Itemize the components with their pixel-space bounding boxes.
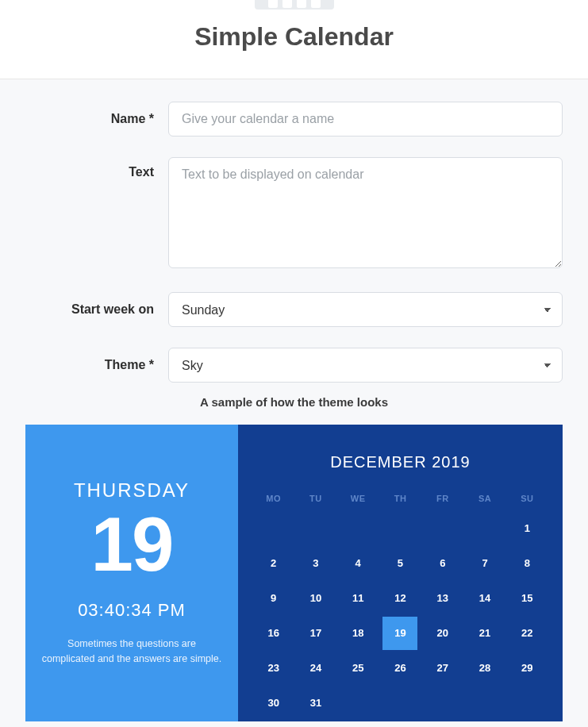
calendar-day-number: 23 [256, 659, 291, 678]
row-text: Text [25, 157, 563, 271]
calendar-day: 15 [506, 589, 548, 608]
calendar-day-number: 2 [256, 554, 291, 573]
calendar-day: 7 [463, 554, 505, 573]
weekday-header: SU [506, 494, 548, 503]
name-label: Name * [25, 112, 168, 126]
row-start-week: Start week on Sunday [25, 292, 563, 327]
calendar-day: 17 [294, 624, 336, 643]
calendar-day: 1 [506, 519, 548, 538]
calendar-day: 22 [506, 624, 548, 643]
calendar-day-number: 30 [256, 694, 291, 713]
calendar-empty [337, 519, 379, 538]
calendar-day: 3 [294, 554, 336, 573]
calendar-day: 14 [463, 589, 505, 608]
calendar-day: 26 [379, 659, 421, 678]
calendar-day-number: 7 [467, 554, 502, 573]
preview-daynum: 19 [91, 506, 173, 583]
calendar-day-number: 4 [340, 554, 375, 573]
calendar-day-number: 11 [340, 589, 375, 608]
app-logo [255, 0, 334, 10]
app-logo-graphic [268, 0, 321, 8]
calendar-day-number: 31 [298, 694, 333, 713]
calendar-day: 5 [379, 554, 421, 573]
calendar-empty [294, 519, 336, 538]
page-title: Simple Calendar [194, 22, 394, 52]
calendar-day: 13 [421, 589, 463, 608]
preview-left-pane: THURSDAY 19 03:40:34 PM Sometimes the qu… [25, 425, 238, 721]
preview-clock: 03:40:34 PM [78, 600, 186, 621]
name-input[interactable] [168, 102, 563, 137]
calendar-day-number: 13 [425, 589, 460, 608]
calendar-day-number: 29 [509, 659, 544, 678]
calendar-day-number: 16 [256, 624, 291, 643]
calendar-day: 20 [421, 624, 463, 643]
calendar-day-number: 25 [340, 659, 375, 678]
calendar-day: 2 [252, 554, 294, 573]
calendar-day-number: 1 [509, 519, 544, 538]
weekday-header: SA [463, 494, 505, 503]
weekday-header: WE [337, 494, 379, 503]
preview-month-title: DECEMBER 2019 [252, 453, 548, 471]
weekday-header: FR [421, 494, 463, 503]
sample-caption: A sample of how the theme looks [25, 395, 563, 409]
calendar-day-number: 21 [467, 624, 502, 643]
calendar-day-number: 26 [382, 659, 417, 678]
calendar-day: 6 [421, 554, 463, 573]
start-week-select[interactable]: Sunday [168, 292, 563, 327]
calendar-empty [379, 519, 421, 538]
calendar-day: 8 [506, 554, 548, 573]
calendar-day: 31 [294, 694, 336, 713]
calendar-day: 25 [337, 659, 379, 678]
calendar-day: 11 [337, 589, 379, 608]
preview-calendar-grid: MOTUWETHFRSASU12345678910111213141516171… [252, 494, 548, 713]
calendar-day: 19 [379, 624, 421, 643]
calendar-day-number: 24 [298, 659, 333, 678]
calendar-day: 9 [252, 589, 294, 608]
row-name: Name * [25, 102, 563, 137]
calendar-day-number: 15 [509, 589, 544, 608]
calendar-day-number: 6 [425, 554, 460, 573]
calendar-day-number: 12 [382, 589, 417, 608]
theme-label: Theme * [25, 358, 168, 372]
calendar-today: 19 [382, 617, 417, 650]
calendar-day: 30 [252, 694, 294, 713]
calendar-day-number: 3 [298, 554, 333, 573]
calendar-day: 21 [463, 624, 505, 643]
calendar-day-number: 5 [382, 554, 417, 573]
calendar-day-number: 14 [467, 589, 502, 608]
preview-quote: Sometimes the questions are complicated … [40, 637, 224, 667]
calendar-day-number: 18 [340, 624, 375, 643]
calendar-empty [252, 519, 294, 538]
page-header: Simple Calendar [0, 0, 588, 79]
calendar-day: 10 [294, 589, 336, 608]
calendar-empty [421, 519, 463, 538]
form-area: Name * Text Start week on Sunday Theme * [0, 79, 588, 727]
theme-preview: THURSDAY 19 03:40:34 PM Sometimes the qu… [25, 425, 563, 721]
calendar-day: 4 [337, 554, 379, 573]
calendar-day-number: 17 [298, 624, 333, 643]
calendar-day: 29 [506, 659, 548, 678]
calendar-day-number: 27 [425, 659, 460, 678]
calendar-day: 24 [294, 659, 336, 678]
preview-right-pane: DECEMBER 2019 MOTUWETHFRSASU123456789101… [238, 425, 563, 721]
calendar-day: 27 [421, 659, 463, 678]
calendar-day-number: 28 [467, 659, 502, 678]
weekday-header: MO [252, 494, 294, 503]
weekday-header: TH [379, 494, 421, 503]
text-textarea[interactable] [168, 157, 563, 268]
calendar-empty [463, 519, 505, 538]
calendar-day: 18 [337, 624, 379, 643]
start-week-label: Start week on [25, 302, 168, 317]
calendar-day: 16 [252, 624, 294, 643]
weekday-header: TU [294, 494, 336, 503]
calendar-day-number: 22 [509, 624, 544, 643]
preview-dayname: THURSDAY [74, 479, 190, 502]
calendar-day: 23 [252, 659, 294, 678]
calendar-day-number: 9 [256, 589, 291, 608]
calendar-day: 28 [463, 659, 505, 678]
theme-select[interactable]: Sky [168, 348, 563, 383]
text-label: Text [25, 157, 168, 179]
row-theme: Theme * Sky [25, 348, 563, 383]
calendar-day-number: 8 [509, 554, 544, 573]
calendar-day-number: 20 [425, 624, 460, 643]
